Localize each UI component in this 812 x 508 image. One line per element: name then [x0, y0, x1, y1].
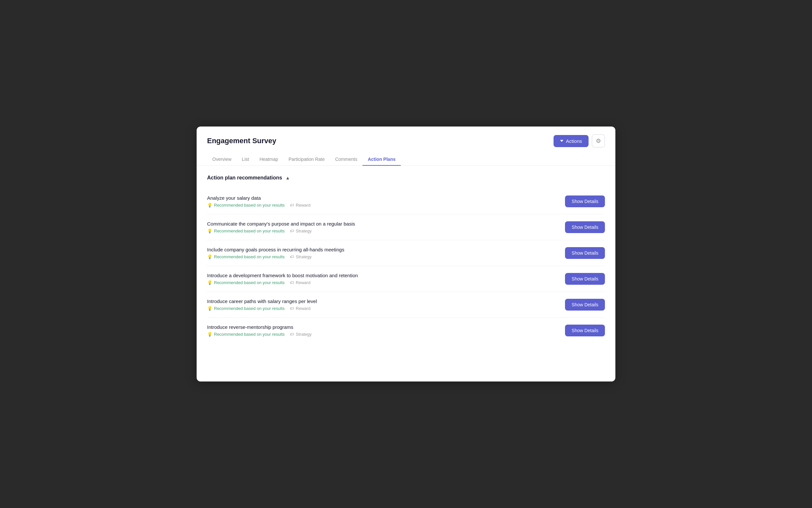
header-actions-group: Actions ⚙: [553, 134, 605, 147]
plan-name: Analyze your salary data: [207, 195, 565, 201]
plan-info: Include company goals process in recurri…: [207, 247, 565, 259]
show-details-button[interactable]: Show Details: [565, 325, 605, 336]
plan-name: Introduce a development framework to boo…: [207, 272, 565, 278]
show-details-button[interactable]: Show Details: [565, 221, 605, 233]
tab-comments[interactable]: Comments: [330, 153, 362, 166]
plan-category: 🏷 Strategy: [290, 228, 311, 234]
plan-info: Introduce a development framework to boo…: [207, 272, 565, 285]
bulb-icon: 💡: [207, 254, 212, 259]
tab-overview[interactable]: Overview: [207, 153, 236, 166]
show-details-button[interactable]: Show Details: [565, 247, 605, 259]
plan-category: 🏷 Reward: [290, 280, 310, 285]
show-details-button[interactable]: Show Details: [565, 299, 605, 310]
plan-recommended: 💡 Recommended based on your results: [207, 254, 285, 259]
plan-meta: 💡 Recommended based on your results 🏷 Re…: [207, 203, 565, 208]
bulb-icon: 💡: [207, 203, 212, 208]
plan-info: Introduce reverse-mentorship programs 💡 …: [207, 324, 565, 337]
settings-button[interactable]: ⚙: [592, 134, 605, 147]
plan-item: Introduce reverse-mentorship programs 💡 …: [207, 318, 605, 343]
bulb-icon: 💡: [207, 332, 212, 337]
plan-recommended: 💡 Recommended based on your results: [207, 228, 285, 234]
bulb-icon: 💡: [207, 306, 212, 311]
page-header: Engagement Survey Actions ⚙: [197, 127, 615, 147]
plan-info: Introduce career paths with salary range…: [207, 298, 565, 311]
plan-category: 🏷 Strategy: [290, 254, 311, 259]
tab-heatmap[interactable]: Heatmap: [254, 153, 283, 166]
tag-icon: 🏷: [290, 254, 294, 259]
gear-icon: ⚙: [596, 137, 601, 144]
main-card: Engagement Survey Actions ⚙ Overview Lis…: [197, 127, 615, 381]
plan-recommended: 💡 Recommended based on your results: [207, 332, 285, 337]
section-header: Action plan recommendations ▲: [207, 175, 605, 181]
plan-item: Communicate the company's purpose and im…: [207, 214, 605, 240]
tag-icon: 🏷: [290, 280, 294, 285]
bulb-icon: 💡: [207, 228, 212, 234]
collapse-icon[interactable]: ▲: [285, 175, 290, 180]
plan-meta: 💡 Recommended based on your results 🏷 St…: [207, 254, 565, 259]
page-title: Engagement Survey: [207, 137, 276, 145]
tag-icon: 🏷: [290, 228, 294, 234]
plan-meta: 💡 Recommended based on your results 🏷 Re…: [207, 306, 565, 311]
tag-icon: 🏷: [290, 332, 294, 337]
plan-name: Communicate the company's purpose and im…: [207, 221, 565, 226]
tab-participation-rate[interactable]: Participation Rate: [283, 153, 330, 166]
show-details-button[interactable]: Show Details: [565, 196, 605, 207]
tab-list[interactable]: List: [236, 153, 254, 166]
plan-name: Introduce career paths with salary range…: [207, 298, 565, 304]
section-title: Action plan recommendations: [207, 175, 282, 181]
plan-list: Analyze your salary data 💡 Recommended b…: [207, 188, 605, 343]
navigation-tabs: Overview List Heatmap Participation Rate…: [197, 153, 615, 166]
plan-meta: 💡 Recommended based on your results 🏷 St…: [207, 228, 565, 234]
plan-item: Introduce a development framework to boo…: [207, 266, 605, 292]
tag-icon: 🏷: [290, 203, 294, 208]
plan-recommended: 💡 Recommended based on your results: [207, 306, 285, 311]
plan-name: Include company goals process in recurri…: [207, 247, 565, 252]
plan-meta: 💡 Recommended based on your results 🏷 St…: [207, 332, 565, 337]
plan-category: 🏷 Reward: [290, 306, 310, 311]
chevron-down-icon: [560, 140, 564, 142]
plan-item: Analyze your salary data 💡 Recommended b…: [207, 188, 605, 214]
bulb-icon: 💡: [207, 280, 212, 285]
plan-name: Introduce reverse-mentorship programs: [207, 324, 565, 330]
plan-recommended: 💡 Recommended based on your results: [207, 203, 285, 208]
plan-meta: 💡 Recommended based on your results 🏷 Re…: [207, 280, 565, 285]
plan-item: Include company goals process in recurri…: [207, 240, 605, 266]
actions-button[interactable]: Actions: [553, 135, 588, 147]
main-content: Action plan recommendations ▲ Analyze yo…: [197, 166, 615, 352]
plan-item: Introduce career paths with salary range…: [207, 292, 605, 318]
plan-category: 🏷 Reward: [290, 203, 310, 208]
actions-button-label: Actions: [566, 138, 582, 144]
plan-recommended: 💡 Recommended based on your results: [207, 280, 285, 285]
show-details-button[interactable]: Show Details: [565, 273, 605, 285]
plan-info: Analyze your salary data 💡 Recommended b…: [207, 195, 565, 208]
plan-category: 🏷 Strategy: [290, 332, 311, 337]
tag-icon: 🏷: [290, 306, 294, 311]
tab-action-plans[interactable]: Action Plans: [362, 153, 401, 166]
plan-info: Communicate the company's purpose and im…: [207, 221, 565, 234]
